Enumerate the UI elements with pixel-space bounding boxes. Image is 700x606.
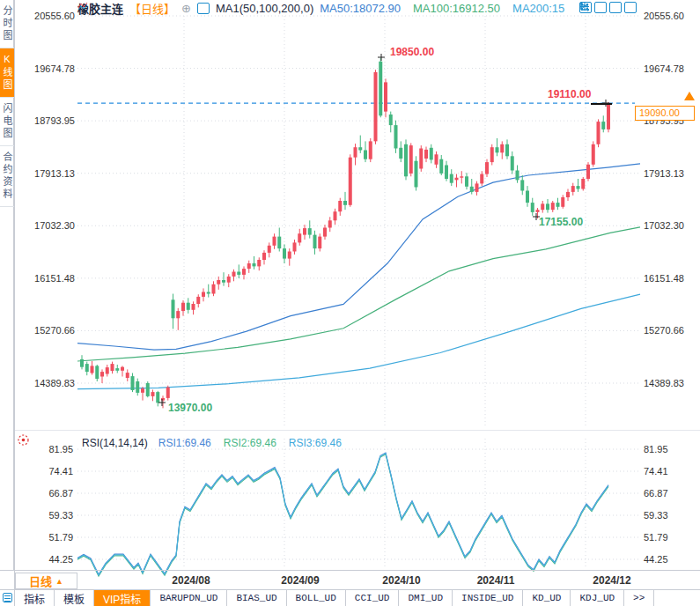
ma-value: MA100:16912.50 <box>413 2 500 15</box>
ma-values: MA50:18072.90MA100:16912.50MA200:15 <box>320 2 564 15</box>
rsi-values: RSI1:69.46RSI2:69.46RSI3:69.46 <box>158 437 342 449</box>
ma-line-MA50 <box>77 164 640 350</box>
axis-label: 15270.66 <box>31 325 75 336</box>
axis-label: 44.25 <box>29 554 73 565</box>
period-selector-label: 日线 <box>29 573 52 589</box>
month-label: 2024/10 <box>382 574 420 587</box>
rsi-panel-header: RSI(14,14,14) RSI1:69.46RSI2:69.46RSI3:6… <box>82 437 342 449</box>
axis-label: 15270.66 <box>644 325 684 336</box>
toolbar-tab[interactable]: KD_UD <box>523 590 571 606</box>
axis-label: 17032.30 <box>644 220 684 231</box>
month-label: 2024/08 <box>172 574 210 587</box>
toolbar-tab[interactable]: >> <box>624 590 654 606</box>
month-label: 2024/09 <box>281 574 319 587</box>
sidebar-tab-4[interactable]: 合约资料 <box>0 146 14 207</box>
axis-label: 17913.13 <box>31 168 75 179</box>
axis-label: 14389.83 <box>644 378 684 388</box>
toolbar-tab[interactable]: DMI_UD <box>399 590 453 606</box>
axis-label: 44.25 <box>644 554 668 565</box>
sidebar-tab-1[interactable]: 分时图 <box>0 0 14 48</box>
rsi-value: RSI3:69.46 <box>289 437 342 449</box>
toolbar-tab[interactable]: BOLL_UD <box>287 590 346 606</box>
toolbar-tab[interactable]: VIP指标 <box>94 590 151 606</box>
add-indicator-icon[interactable]: ⊕ <box>181 2 191 15</box>
price-annotation: 17155.00 <box>539 217 583 227</box>
axis-label: 66.87 <box>644 488 668 499</box>
axis-label: 16151.48 <box>31 273 75 284</box>
ma-value: MA200:15 <box>512 2 564 15</box>
axis-label: 14389.83 <box>31 378 75 388</box>
axis-label: 81.95 <box>29 444 73 454</box>
axis-label: 17913.13 <box>644 168 684 179</box>
axis-label: 18793.95 <box>31 115 75 126</box>
axis-label: 59.33 <box>29 510 73 521</box>
chart-type-sidebar: 分时图K线图闪电图合约资料 <box>0 0 14 570</box>
indicator-toolbar: 指标模板VIP指标BARUPDN_UDBIAS_UDBOLL_UDCCI_UDD… <box>0 589 700 606</box>
rsi-value: RSI2:69.46 <box>224 437 276 449</box>
current-price-tag: 19090.00 <box>635 106 695 121</box>
time-axis-row: 日线 ▲ 2024/082024/092024/102024/112024/12 <box>0 570 700 589</box>
ma-value: MA50:18072.90 <box>320 2 401 15</box>
axis-label: 19674.78 <box>644 63 684 74</box>
axis-label: 20555.60 <box>31 11 75 21</box>
toolbar-tab[interactable]: INSIDE_UD <box>453 590 523 606</box>
sidebar-tab-3[interactable]: 闪电图 <box>0 98 14 146</box>
candlestick-chart <box>0 0 700 606</box>
axis-label: 16151.48 <box>644 273 684 284</box>
price-annotation: 13970.00 <box>168 403 212 413</box>
price-annotation: 19850.00 <box>390 47 434 57</box>
axis-label: 51.79 <box>29 532 73 543</box>
month-label: 2024/12 <box>593 574 630 587</box>
axis-label: 66.87 <box>29 488 73 499</box>
axis-label: 74.41 <box>29 466 73 477</box>
axis-label: 74.41 <box>644 466 668 477</box>
toolbar-tab[interactable]: 模板 <box>55 590 94 606</box>
axis-label: 59.33 <box>644 510 668 521</box>
ma-indicator-label: MA1(50,100,200,0) <box>216 2 313 15</box>
price-annotation: 19110.00 <box>548 89 591 100</box>
axis-label: 81.95 <box>644 444 668 454</box>
axis-label: 20555.60 <box>644 11 684 21</box>
price-up-arrow-icon <box>684 92 695 100</box>
rsi-value: RSI1:69.46 <box>158 437 211 449</box>
ma-line-MA200 <box>77 294 640 389</box>
axis-label: 17032.30 <box>31 220 75 231</box>
month-label: 2024/11 <box>477 574 515 587</box>
chart-toolbar-icons <box>579 2 637 13</box>
axis-label: 51.79 <box>644 532 668 543</box>
toolbar-tab[interactable]: CCI_UD <box>346 590 400 606</box>
ma-line-MA100 <box>77 227 640 361</box>
toolbar-tab[interactable]: KDJ_UD <box>571 590 624 606</box>
toolbar-tab[interactable]: BIAS_UD <box>227 590 286 606</box>
pan-right-icon[interactable] <box>624 2 637 13</box>
sidebar-tab-2[interactable]: K线图 <box>0 48 14 98</box>
indicator-chart-icon[interactable] <box>197 3 210 14</box>
period-up-arrow-icon: ▲ <box>55 577 63 586</box>
toolbar-tab[interactable]: BARUPDN_UD <box>151 590 227 606</box>
axis-label: 19674.78 <box>31 63 75 74</box>
chart-header: 橡胶主连 【日线】 ⊕ MA1(50,100,200,0) MA50:18072… <box>77 1 564 15</box>
fit-vertical-axis-icon[interactable] <box>594 2 607 13</box>
rsi3-line <box>77 454 608 575</box>
period-selector[interactable]: 日线 ▲ <box>15 573 77 589</box>
rsi-title: RSI(14,14,14) <box>82 437 148 449</box>
period-tag: 【日线】 <box>129 0 175 17</box>
toolbar-tab[interactable]: 指标 <box>15 590 55 606</box>
futures-chart-app: 橡胶主连 【日线】 ⊕ MA1(50,100,200,0) MA50:18072… <box>0 0 700 606</box>
fit-horizontal-axis-icon[interactable] <box>609 2 622 13</box>
